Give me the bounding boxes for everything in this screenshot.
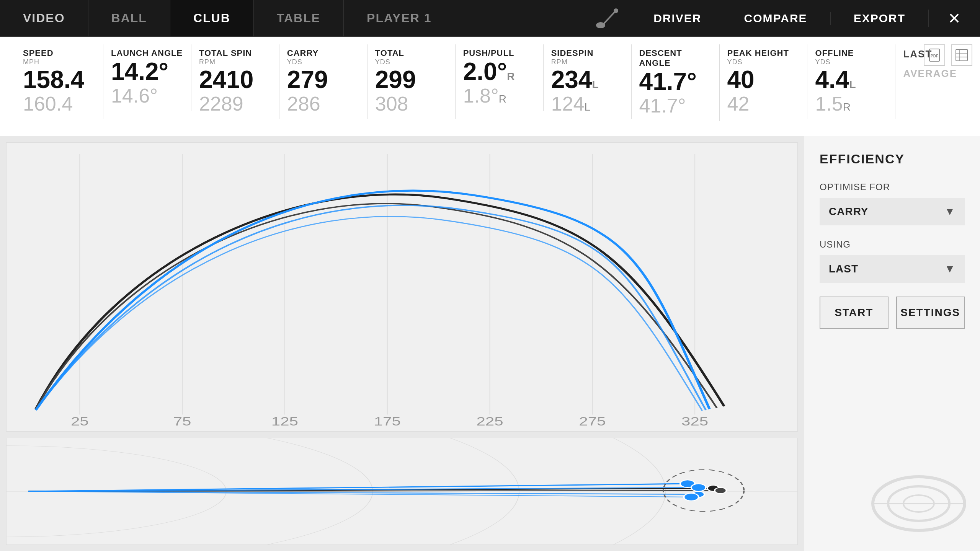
tab-video[interactable]: VIDEO: [0, 0, 88, 36]
start-button[interactable]: START: [820, 297, 889, 329]
carry-avg: 286: [287, 93, 359, 115]
svg-text:PDF: PDF: [931, 54, 938, 58]
carry-last: 279: [287, 66, 359, 93]
push-pull-suffix-avg: R: [499, 93, 506, 105]
svg-text:225: 225: [476, 414, 503, 428]
optimise-dropdown[interactable]: CARRY ▼: [820, 198, 965, 225]
stat-push-pull: PUSH/PULL 2.0°R 1.8°R: [456, 44, 544, 111]
stat-sidespin: SIDESPIN RPM 234L 124L: [544, 44, 632, 119]
stat-offline: OFFLINE YDS 4.4L 1.5R: [807, 44, 895, 119]
total-spin-label: TOTAL SPIN: [199, 48, 271, 58]
tab-club[interactable]: CLUB: [170, 0, 254, 36]
sidebar: EFFICIENCY OPTIMISE FOR CARRY ▼ USING LA…: [804, 136, 980, 551]
sidespin-last: 234L: [551, 66, 624, 93]
total-label: TOTAL: [375, 48, 448, 58]
total-spin-avg: 2289: [199, 93, 271, 115]
push-pull-avg: 1.8°R: [463, 85, 536, 107]
push-pull-label: PUSH/PULL: [463, 48, 536, 58]
sidespin-suffix-last: L: [592, 78, 598, 90]
offline-last: 4.4L: [815, 66, 887, 93]
svg-rect-5: [956, 49, 967, 61]
optimise-dropdown-arrow: ▼: [944, 205, 956, 218]
svg-text:75: 75: [173, 414, 191, 428]
descent-angle-avg: 41.7°: [639, 95, 712, 117]
using-dropdown-arrow: ▼: [944, 263, 956, 275]
using-label: USING: [820, 239, 965, 250]
tab-table[interactable]: TABLE: [254, 0, 344, 36]
sidespin-label: SIDESPIN: [551, 48, 624, 58]
stats-row: SPEED MPH 158.4 160.4 LAUNCH ANGLE 14.2°…: [0, 37, 980, 136]
offline-avg: 1.5R: [815, 93, 887, 115]
stat-total-spin: TOTAL SPIN RPM 2410 2289: [191, 44, 279, 119]
stat-peak-height: PEAK HEIGHT YDS 40 42: [720, 44, 808, 119]
peak-height-avg: 42: [727, 93, 800, 115]
svg-text:175: 175: [374, 414, 401, 428]
main-content: 25 75 125 175 225 275 325: [0, 136, 980, 551]
trajectory-chart: 25 75 125 175 225 275 325: [6, 142, 798, 432]
optimise-value: CARRY: [829, 205, 869, 218]
tab-ball[interactable]: BALL: [88, 0, 170, 36]
speed-last: 158.4: [23, 66, 95, 93]
optimise-label: OPTIMISE FOR: [820, 182, 965, 192]
total-unit: YDS: [375, 58, 448, 66]
svg-line-1: [604, 11, 615, 24]
speed-avg: 160.4: [23, 93, 95, 115]
sidespin-avg: 124L: [551, 93, 624, 115]
sidespin-suffix-avg: L: [584, 101, 590, 113]
speed-unit: MPH: [23, 58, 95, 66]
descent-angle-last: 41.7°: [639, 68, 712, 95]
club-icon: [581, 7, 634, 30]
svg-rect-9: [7, 143, 797, 431]
stat-speed: SPEED MPH 158.4 160.4: [15, 44, 103, 119]
sidespin-unit: RPM: [551, 58, 624, 66]
close-button[interactable]: ✕: [928, 10, 980, 27]
peak-height-last: 40: [727, 66, 800, 93]
svg-point-41: [684, 493, 698, 501]
svg-point-2: [614, 8, 618, 13]
pdf-export-button[interactable]: PDF: [924, 44, 945, 66]
settings-button[interactable]: SETTINGS: [896, 297, 965, 329]
offline-suffix-last: L: [849, 78, 856, 90]
offline-suffix-avg: R: [843, 101, 851, 113]
total-last: 299: [375, 66, 448, 93]
export-button[interactable]: EXPORT: [830, 12, 928, 25]
speed-label: SPEED: [23, 48, 95, 58]
descent-angle-label: DESCENT ANGLE: [639, 48, 712, 68]
offline-label: OFFLINE: [815, 48, 887, 58]
svg-text:25: 25: [71, 414, 89, 428]
stat-launch-angle: LAUNCH ANGLE 14.2° 14.6°: [103, 44, 191, 111]
stat-total: TOTAL YDS 299 308: [368, 44, 456, 119]
svg-point-39: [715, 487, 727, 494]
brand-watermark: [869, 458, 969, 536]
action-buttons: START SETTINGS: [820, 297, 965, 329]
legend-average: AVERAGE: [903, 68, 957, 80]
launch-angle-avg: 14.6°: [111, 85, 183, 107]
tab-player1[interactable]: PLAYER 1: [344, 0, 455, 36]
charts-area: 25 75 125 175 225 275 325: [0, 136, 804, 551]
svg-text:125: 125: [271, 414, 298, 428]
stat-carry: CARRY YDS 279 286: [279, 44, 368, 119]
total-avg: 308: [375, 93, 448, 115]
table-export-button[interactable]: [951, 44, 972, 66]
svg-text:325: 325: [681, 414, 708, 428]
peak-height-unit: YDS: [727, 58, 800, 66]
driver-label: DRIVER: [634, 12, 720, 25]
svg-text:275: 275: [579, 414, 606, 428]
stats-export-icons: PDF: [924, 44, 972, 66]
using-value: LAST: [829, 263, 858, 275]
using-dropdown[interactable]: LAST ▼: [820, 255, 965, 283]
stat-descent-angle: DESCENT ANGLE 41.7° 41.7°: [632, 44, 720, 121]
carry-label: CARRY: [287, 48, 359, 58]
launch-angle-label: LAUNCH ANGLE: [111, 48, 183, 58]
efficiency-title: EFFICIENCY: [820, 152, 965, 166]
push-pull-last: 2.0°R: [463, 58, 536, 85]
navbar: VIDEO BALL CLUB TABLE PLAYER 1 DRIVER CO…: [0, 0, 980, 37]
total-spin-last: 2410: [199, 66, 271, 93]
topview-chart: [6, 438, 798, 545]
peak-height-label: PEAK HEIGHT: [727, 48, 800, 58]
total-spin-unit: RPM: [199, 58, 271, 66]
launch-angle-last: 14.2°: [111, 58, 183, 85]
offline-unit: YDS: [815, 58, 887, 66]
compare-button[interactable]: COMPARE: [721, 12, 830, 25]
carry-unit: YDS: [287, 58, 359, 66]
